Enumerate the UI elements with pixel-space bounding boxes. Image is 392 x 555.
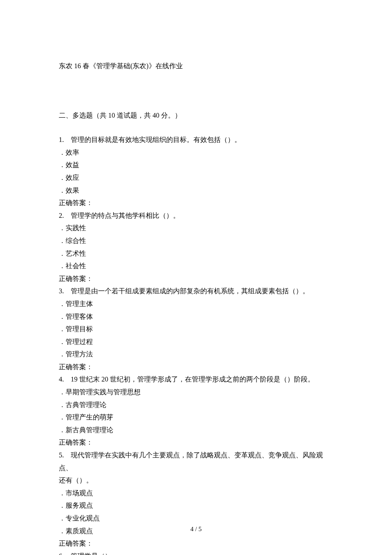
option-text: 效率 [66,149,79,156]
question-1: 1. 管理的目标就是有效地实现组织的目标。有效包括（）。 ．效率 ．效益 ．效应… [59,133,333,209]
question-number: 1. [59,136,64,143]
question-2: 2. 管理学的特点与其他学科相比（）。 ．实践性 ．综合性 ．艺术性 ．社会性 … [59,209,333,285]
option: ．实践性 [59,222,333,234]
option: ．艺术性 [59,247,333,260]
question-text: 管理学是（）。 [71,552,118,555]
document-title: 东农 16 春《管理学基础(东农)》在线作业 [59,60,333,72]
question-number: 4. [59,376,64,383]
question-text: 管理学的特点与其他学科相比（）。 [71,212,180,219]
option-text: 管理方法 [66,350,93,358]
option: ．新古典管理理论 [59,424,333,436]
question-text-line2: 还有（）。 [59,474,333,487]
option-text: 服务观点 [66,502,93,509]
option: ．管理过程 [59,335,333,348]
option-text: 效应 [66,174,79,181]
option: ．专业化观点 [59,512,333,525]
answer-label: 正确答案： [59,197,333,209]
option-text: 效果 [66,187,79,194]
option: ．管理方法 [59,348,333,361]
option: ．效益 [59,159,333,171]
option: ．效果 [59,184,333,197]
option-text: 新古典管理理论 [66,426,113,434]
option: ．市场观点 [59,487,333,500]
option: ．服务观点 [59,499,333,512]
option: ．管理客体 [59,310,333,323]
option: ．效率 [59,146,333,159]
question-stem: 2. 管理学的特点与其他学科相比（）。 [59,209,333,222]
option: ．管理主体 [59,298,333,310]
question-stem: 3. 管理是由一个若干组成要素组成的内部复杂的有机系统，其组成要素包括（）。 [59,285,333,298]
option-text: 实践性 [66,224,86,231]
option: ．综合性 [59,234,333,247]
question-number: 5. [59,451,64,459]
option-text: 综合性 [66,237,86,244]
question-number: 6. [59,552,64,555]
section-header: 二、多选题（共 10 道试题，共 40 分。） [59,109,333,122]
answer-label: 正确答案： [59,272,333,285]
option-text: 早期管理实践与管理思想 [66,388,141,396]
question-6: 6. 管理学是（）。 ．一门科学 ．一门艺术 ．既是一门科学又是一门艺术 [59,550,333,555]
option: ．效应 [59,171,333,184]
question-3: 3. 管理是由一个若干组成要素组成的内部复杂的有机系统，其组成要素包括（）。 ．… [59,285,333,373]
option: ．管理目标 [59,323,333,335]
option-text: 社会性 [66,262,86,269]
option-text: 管理客体 [66,313,93,320]
question-4: 4. 19 世纪末 20 世纪初，管理学形成了，在管理学形成之前的两个阶段是（）… [59,373,333,449]
answer-label: 正确答案： [59,436,333,449]
option-text: 效益 [66,161,79,168]
option-text: 管理主体 [66,300,93,307]
option-text: 管理产生的萌芽 [66,413,113,421]
question-text: 管理是由一个若干组成要素组成的内部复杂的有机系统，其组成要素包括（）。 [71,287,309,295]
question-number: 2. [59,212,64,219]
option-text: 专业化观点 [66,515,100,522]
option-text: 艺术性 [66,250,86,257]
question-number: 3. [59,287,64,295]
document-page: 东农 16 春《管理学基础(东农)》在线作业 二、多选题（共 10 道试题，共 … [0,0,392,555]
option-text: 管理目标 [66,325,93,332]
option-text: 管理过程 [66,338,93,345]
question-text: 19 世纪末 20 世纪初，管理学形成了，在管理学形成之前的两个阶段是（）阶段。 [71,376,314,383]
question-stem: 1. 管理的目标就是有效地实现组织的目标。有效包括（）。 [59,133,333,146]
option-text: 古典管理理论 [66,401,107,408]
question-text-line1: 现代管理学在实践中有几个主要观点，除了战略观点、变革观点、竞争观点、风险观点、 [59,451,323,471]
question-stem: 5. 现代管理学在实践中有几个主要观点，除了战略观点、变革观点、竞争观点、风险观… [59,449,333,474]
option: ．管理产生的萌芽 [59,411,333,424]
page-number: 4 / 5 [0,523,392,535]
question-text: 管理的目标就是有效地实现组织的目标。有效包括（）。 [71,136,241,143]
answer-label: 正确答案： [59,537,333,550]
option: ．社会性 [59,260,333,272]
question-stem: 4. 19 世纪末 20 世纪初，管理学形成了，在管理学形成之前的两个阶段是（）… [59,373,333,386]
option: ．古典管理理论 [59,399,333,411]
option-text: 市场观点 [66,489,93,497]
question-stem: 6. 管理学是（）。 [59,550,333,555]
option: ．早期管理实践与管理思想 [59,386,333,399]
answer-label: 正确答案： [59,361,333,373]
